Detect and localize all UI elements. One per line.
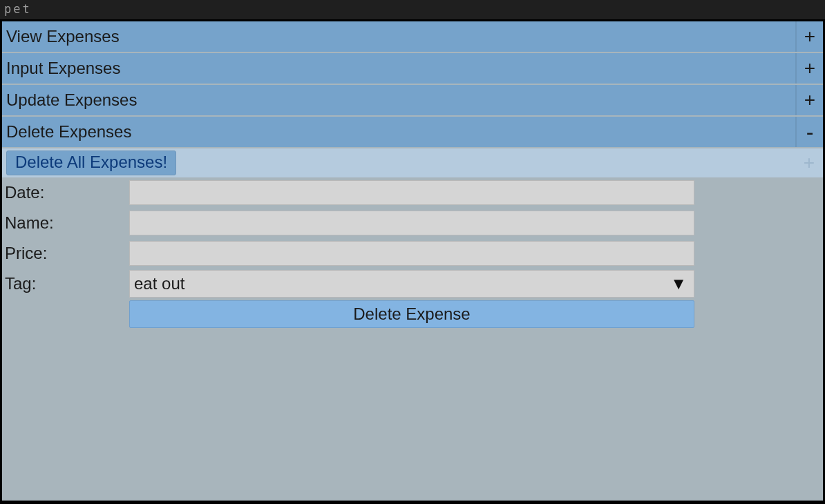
- form-row-submit: Delete Expense: [3, 300, 822, 328]
- accordion-item-label: View Expenses: [2, 21, 795, 52]
- form-row-price: Price:: [3, 240, 822, 267]
- accordion-item-label: Delete Expenses: [2, 117, 795, 147]
- accordion-item-update-expenses[interactable]: Update Expenses +: [2, 85, 823, 115]
- tag-label: Tag:: [3, 274, 129, 293]
- window-body: View Expenses + Input Expenses + Update …: [0, 19, 825, 503]
- spacer: [3, 300, 129, 328]
- expand-icon[interactable]: +: [795, 53, 823, 84]
- accordion: View Expenses + Input Expenses + Update …: [2, 21, 823, 177]
- expand-icon[interactable]: +: [795, 85, 823, 115]
- accordion-item-label: Update Expenses: [2, 85, 795, 115]
- accordion-item-input-expenses[interactable]: Input Expenses +: [2, 53, 823, 84]
- date-label: Date:: [3, 183, 129, 202]
- window-titlebar: pet: [0, 0, 825, 19]
- tag-select-value: eat out: [134, 274, 184, 293]
- delete-all-expenses-button[interactable]: Delete All Expenses!: [6, 151, 176, 175]
- price-input[interactable]: [129, 241, 694, 266]
- chevron-down-icon: ▼: [670, 274, 687, 293]
- collapse-icon[interactable]: -: [795, 117, 823, 147]
- accordion-item-label: Input Expenses: [2, 53, 795, 84]
- name-label: Name:: [3, 213, 129, 233]
- delete-expense-form: Date: Name: Price: Tag: eat out ▼ Delete…: [2, 177, 823, 328]
- form-row-tag: Tag: eat out ▼: [3, 270, 822, 298]
- accordion-item-delete-expenses[interactable]: Delete Expenses -: [2, 117, 823, 147]
- form-row-date: Date:: [3, 179, 822, 206]
- tag-select[interactable]: eat out ▼: [129, 270, 694, 298]
- disabled-expand-icon: +: [795, 148, 823, 177]
- delete-expense-button[interactable]: Delete Expense: [129, 300, 694, 328]
- accordion-item-view-expenses[interactable]: View Expenses +: [2, 21, 823, 52]
- price-label: Price:: [3, 244, 129, 263]
- date-input[interactable]: [129, 180, 694, 205]
- delete-expenses-panel: Delete All Expenses! +: [2, 148, 823, 177]
- expand-icon[interactable]: +: [795, 21, 823, 52]
- name-input[interactable]: [129, 211, 694, 235]
- form-row-name: Name:: [3, 209, 822, 237]
- window-title: pet: [4, 2, 32, 16]
